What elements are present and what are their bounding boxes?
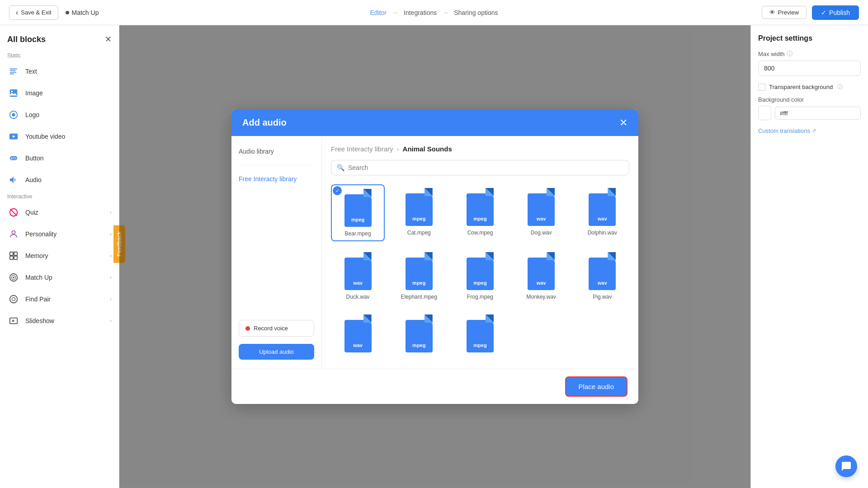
file-name: Elephant.mpeg bbox=[401, 294, 437, 300]
personality-label: Personality bbox=[25, 230, 104, 238]
sidebar-item-slideshow[interactable]: Slideshow › bbox=[0, 310, 119, 332]
quiz-arrow-icon: › bbox=[110, 209, 112, 216]
sidebar-close-button[interactable]: ✕ bbox=[105, 34, 112, 44]
custom-translations-link[interactable]: Custom translations ↗ bbox=[758, 127, 861, 134]
sidebar-item-personality[interactable]: Personality › bbox=[0, 223, 119, 245]
audio-file-pig[interactable]: wav Pig.wav bbox=[576, 249, 629, 304]
logo-icon bbox=[7, 108, 20, 121]
nav-divider bbox=[239, 165, 314, 165]
audio-file-frog[interactable]: mpeg Frog.mpeg bbox=[453, 249, 507, 304]
nav-integrations[interactable]: Integrations bbox=[404, 9, 437, 16]
external-link-icon: ↗ bbox=[812, 128, 816, 134]
youtube-icon bbox=[7, 130, 20, 143]
audio-file-monkey[interactable]: wav Monkey.wav bbox=[514, 249, 568, 304]
file-icon: mpeg bbox=[403, 252, 435, 290]
svg-point-22 bbox=[12, 297, 15, 300]
main-layout: All blocks ✕ Static Text Image Logo bbox=[0, 25, 868, 488]
topbar-right: 👁 Preview ✓ Publish bbox=[762, 5, 859, 20]
topbar-left: Save & Exit Match Up bbox=[9, 5, 99, 20]
file-icon: wav bbox=[586, 188, 618, 226]
arrow-icon-2: → bbox=[442, 9, 448, 16]
check-icon: ✓ bbox=[821, 9, 826, 16]
modal-content: Free Interacty library › Animal Sounds 🔍 bbox=[322, 136, 638, 369]
audio-file-row3b[interactable]: mpeg bbox=[392, 311, 446, 360]
svg-rect-16 bbox=[10, 256, 13, 259]
sidebar-item-text[interactable]: Text bbox=[0, 61, 119, 82]
search-input[interactable] bbox=[348, 164, 623, 171]
publish-button[interactable]: ✓ Publish bbox=[812, 5, 859, 20]
preview-button[interactable]: 👁 Preview bbox=[762, 6, 807, 19]
breadcrumb-parent: Free Interacty library bbox=[331, 145, 393, 153]
svg-rect-0 bbox=[10, 69, 18, 70]
sidebar-item-youtube[interactable]: Youtube video bbox=[0, 126, 119, 147]
chat-bubble-button[interactable] bbox=[835, 455, 857, 477]
audio-file-bear[interactable]: ✓ mpeg Bear.mpeg bbox=[331, 184, 385, 241]
personality-icon bbox=[7, 228, 20, 240]
nav-audio-library[interactable]: Audio library bbox=[239, 145, 314, 158]
sidebar-item-quiz[interactable]: Quiz › bbox=[0, 202, 119, 223]
transparent-bg-checkbox[interactable] bbox=[758, 84, 765, 91]
modal-breadcrumb: Free Interacty library › Animal Sounds bbox=[331, 145, 629, 153]
place-audio-button[interactable]: Place audio bbox=[565, 376, 627, 397]
upload-audio-button[interactable]: Upload audio bbox=[239, 344, 314, 360]
audio-file-dog[interactable]: wav Dog.wav bbox=[514, 184, 568, 241]
matchup-icon bbox=[7, 271, 20, 284]
breadcrumb-arrow-icon: › bbox=[397, 145, 399, 153]
modal-header: Add audio ✕ bbox=[231, 109, 638, 136]
audio-file-row3a[interactable]: wav bbox=[331, 311, 385, 360]
modal-body: Audio library Free Interacty library Rec… bbox=[231, 136, 638, 369]
svg-rect-14 bbox=[10, 252, 13, 255]
memory-arrow-icon: › bbox=[110, 253, 112, 259]
audio-label: Audio bbox=[25, 176, 112, 183]
audio-file-duck[interactable]: wav Duck.wav bbox=[331, 249, 385, 304]
sidebar-header: All blocks ✕ bbox=[0, 25, 119, 50]
memory-icon bbox=[7, 249, 20, 262]
file-icon: wav bbox=[525, 252, 557, 290]
findpair-arrow-icon: › bbox=[110, 296, 112, 302]
nav-editor[interactable]: Editor bbox=[370, 9, 387, 16]
svg-rect-17 bbox=[14, 256, 17, 259]
svg-point-21 bbox=[10, 296, 18, 303]
button-label: Button bbox=[25, 155, 112, 162]
svg-point-20 bbox=[13, 277, 14, 278]
file-name: Duck.wav bbox=[346, 294, 370, 300]
nav-sharing[interactable]: Sharing options bbox=[454, 9, 498, 16]
image-label: Image bbox=[25, 89, 112, 97]
sidebar-item-findpair[interactable]: Find Pair › bbox=[0, 288, 119, 310]
audio-file-cat[interactable]: mpeg Cat.mpeg bbox=[392, 184, 446, 241]
text-label: Text bbox=[25, 68, 112, 75]
bg-color-swatch[interactable] bbox=[758, 106, 771, 120]
file-name: Bear.mpeg bbox=[345, 230, 371, 237]
audio-file-dolphin[interactable]: wav Dolphin.wav bbox=[576, 184, 629, 241]
file-name: Cow.mpeg bbox=[467, 230, 493, 236]
sidebar-item-audio[interactable]: Audio bbox=[0, 169, 119, 191]
sidebar-item-memory[interactable]: Memory › bbox=[0, 245, 119, 267]
arrow-icon: → bbox=[392, 9, 398, 16]
file-name: Monkey.wav bbox=[526, 294, 556, 300]
record-voice-button[interactable]: Record voice bbox=[239, 320, 314, 337]
max-width-input[interactable] bbox=[758, 61, 861, 76]
slideshow-label: Slideshow bbox=[25, 317, 104, 324]
modal-close-button[interactable]: ✕ bbox=[619, 118, 627, 128]
section-interactive-label: Interactive bbox=[0, 191, 119, 202]
svg-rect-1 bbox=[10, 70, 16, 71]
file-name: Cat.mpeg bbox=[407, 230, 431, 236]
nav-free-library[interactable]: Free Interacty library bbox=[239, 173, 314, 185]
svg-point-5 bbox=[11, 91, 13, 93]
sidebar-item-image[interactable]: Image bbox=[0, 82, 119, 104]
sidebar-item-logo[interactable]: Logo bbox=[0, 104, 119, 126]
file-name: Dolphin.wav bbox=[588, 230, 617, 236]
search-bar: 🔍 bbox=[331, 160, 629, 175]
svg-line-12 bbox=[10, 209, 17, 216]
sidebar-item-matchup[interactable]: Match Up › bbox=[0, 267, 119, 288]
save-exit-button[interactable]: Save & Exit bbox=[9, 5, 58, 20]
bg-color-input[interactable] bbox=[775, 107, 861, 120]
modal-footer: Place audio bbox=[231, 369, 638, 404]
youtube-label: Youtube video bbox=[25, 133, 112, 140]
audio-file-elephant[interactable]: mpeg Elephant.mpeg bbox=[392, 249, 446, 304]
audio-file-row3c[interactable]: mpeg bbox=[453, 311, 507, 360]
sidebar: All blocks ✕ Static Text Image Logo bbox=[0, 25, 119, 488]
audio-file-cow[interactable]: mpeg Cow.mpeg bbox=[453, 184, 507, 241]
sidebar-item-button[interactable]: BTN Button bbox=[0, 147, 119, 169]
file-icon: wav bbox=[342, 314, 374, 352]
